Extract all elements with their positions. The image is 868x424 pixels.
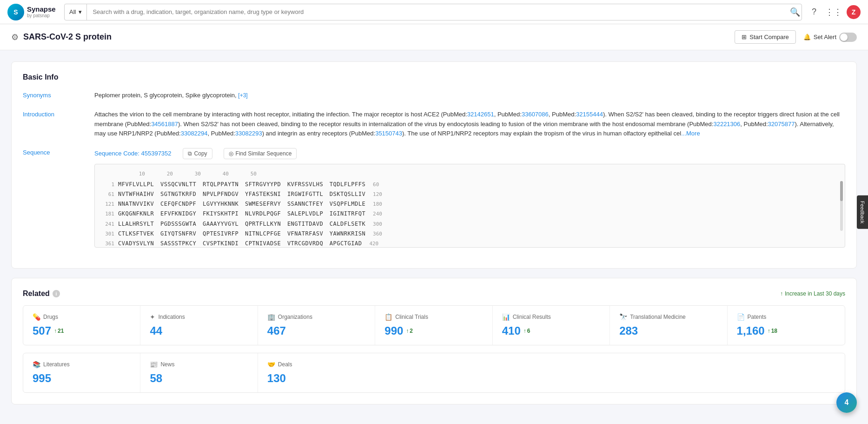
sequence-code-link[interactable]: 455397352 (141, 150, 171, 157)
pubmed-link-9[interactable]: 35150743 (375, 130, 402, 137)
sequence-scrollbar[interactable] (840, 181, 843, 231)
related-item-news[interactable]: 📰 News 58 (140, 353, 258, 392)
logo-icon: S (7, 4, 24, 20)
search-filter-dropdown[interactable]: All ▾ (65, 4, 87, 20)
indications-number: 44 (150, 324, 162, 337)
copy-button[interactable]: ⧉ Copy (183, 148, 212, 159)
literatures-count: 995 (33, 372, 131, 385)
similar-icon: ◎ (229, 150, 233, 157)
pubmed-link-5[interactable]: 32221306 (713, 121, 740, 128)
patents-arrow: ↑ (768, 328, 770, 334)
related-grid-row2: 📚 Literatures 995 📰 News 58 🤝 (23, 353, 845, 393)
clinical-results-label: Clinical Results (513, 314, 551, 320)
synonyms-row: Synonyms Peplomer protein, S glycoprotei… (23, 91, 845, 101)
search-icon[interactable]: 🔍 (788, 6, 802, 19)
pubmed-link-6[interactable]: 32075877 (768, 121, 795, 128)
news-icon: 📰 (150, 361, 158, 368)
page-title: SARS-CoV-2 S protein (23, 32, 112, 42)
related-title: Related i (23, 289, 60, 298)
related-item-deals[interactable]: 🤝 Deals 130 (258, 353, 375, 392)
app-header: S Synapse by patsnap All ▾ 🔍 ? ⋮⋮ Z (0, 0, 868, 24)
apps-icon[interactable]: ⋮⋮ (827, 6, 840, 19)
literatures-icon: 📚 (33, 361, 40, 368)
avatar[interactable]: Z (847, 5, 861, 19)
related-grid-row1: 💊 Drugs 507 ↑ 21 ✦ Indications 44 (23, 305, 845, 345)
pubmed-link-1[interactable]: 32142651 (467, 111, 494, 118)
related-info-icon[interactable]: i (53, 290, 60, 297)
alert-label: Set Alert (814, 34, 836, 40)
help-icon[interactable]: ? (808, 6, 821, 19)
related-item-patents[interactable]: 📄 Patents 1,160 ↑ 18 (728, 306, 845, 345)
related-item-indications[interactable]: ✦ Indications 44 (140, 306, 258, 345)
pubmed-link-8[interactable]: 33082293 (235, 130, 262, 137)
patents-count: 1,160 ↑ 18 (737, 324, 835, 337)
related-item-drugs[interactable]: 💊 Drugs 507 ↑ 21 (23, 306, 140, 345)
arrow-up-icon: ↑ (780, 290, 783, 297)
set-alert-button[interactable]: 🔔 Set Alert (803, 33, 857, 42)
seq-line-7: 361 CVADYSVLYN SASSSTPKCY CVSPTKINDI CPT… (100, 239, 839, 248)
patents-badge: ↑ 18 (768, 328, 777, 334)
seq-line-1: 1 MFVFLVLLPL VSSQCVNLTT RTQLPPAYTN SFTRG… (100, 180, 839, 189)
pubmed-link-7[interactable]: 33082294 (181, 130, 208, 137)
logo-sub: by patsnap (27, 13, 56, 18)
settings-icon: ⚙ (11, 32, 19, 42)
pubmed-link-2[interactable]: 33607086 (522, 111, 549, 118)
clinical-results-arrow: ↑ (523, 328, 526, 334)
seq-line-5: 241 LLALHRSYLT PGDSSSGWTA GAAAYYVGYL QPR… (100, 220, 839, 229)
related-item-translational[interactable]: 🔭 Translational Medicine 283 (610, 306, 727, 345)
search-input[interactable] (87, 8, 788, 15)
clinical-results-header: 📊 Clinical Results (502, 313, 600, 321)
chevron-down-icon: ▾ (79, 8, 82, 15)
start-compare-button[interactable]: ⊞ Start Compare (735, 30, 796, 44)
deals-number: 130 (267, 372, 286, 385)
organizations-icon: 🏢 (267, 313, 275, 321)
synonyms-plus[interactable]: [+3] (238, 92, 247, 99)
sequence-code-label: Sequence Code: (94, 150, 139, 157)
translational-label: Translational Medicine (630, 314, 686, 320)
basic-info-title: Basic Info (23, 73, 845, 81)
deals-count: 130 (267, 372, 366, 385)
patents-number: 1,160 (737, 324, 765, 337)
float-action-button[interactable]: 4 (836, 392, 857, 413)
alert-toggle[interactable] (839, 33, 857, 42)
related-item-organizations[interactable]: 🏢 Organizations 467 (258, 306, 375, 345)
basic-info-card: Basic Info Synonyms Peplomer protein, S … (11, 61, 857, 269)
organizations-label: Organizations (278, 314, 312, 320)
more-link[interactable]: ...More (681, 130, 700, 137)
find-similar-button[interactable]: ◎ Find Similar Sequence (224, 148, 297, 159)
indications-label: Indications (158, 314, 185, 320)
seq-line-4: 181 GKQGNFKNLR EFVFKNIDGY FKIYSKHTPI NLV… (100, 209, 839, 218)
deals-icon: 🤝 (267, 361, 275, 368)
related-item-clinical-results[interactable]: 📊 Clinical Results 410 ↑ 6 (493, 306, 610, 345)
feedback-tab[interactable]: Feedback (857, 195, 868, 229)
patents-label: Patents (748, 314, 767, 320)
title-bar: ⚙ SARS-CoV-2 S protein ⊞ Start Compare 🔔… (0, 24, 868, 50)
related-card: Related i ↑ Increase in Last 30 days 💊 D… (11, 278, 857, 404)
clinical-results-icon: 📊 (502, 313, 510, 321)
translational-number: 283 (619, 324, 638, 337)
news-count: 58 (150, 372, 248, 385)
literatures-label: Literatures (43, 361, 70, 368)
logo: S Synapse by patsnap (7, 4, 59, 20)
seq-line-2: 61 NVTWFHAIHV SGTNGTKRFD NPVLPFNDGV YFAS… (100, 190, 839, 199)
compare-label: Start Compare (749, 34, 789, 40)
related-item-clinical-trials[interactable]: 📋 Clinical Trials 990 ↑ 2 (375, 306, 492, 345)
translational-header: 🔭 Translational Medicine (619, 313, 717, 321)
indications-icon: ✦ (150, 313, 155, 321)
indications-header: ✦ Indications (150, 313, 248, 321)
seq-line-6: 301 CTLKSFTVEK GIYQTSNFRV QPTESIVRFP NIT… (100, 229, 839, 238)
pubmed-link-3[interactable]: 32155444 (576, 111, 603, 118)
search-bar: All ▾ 🔍 (64, 4, 802, 20)
title-left: ⚙ SARS-CoV-2 S protein (11, 32, 112, 42)
logo-name: Synapse (27, 6, 56, 13)
introduction-text: Attaches the virion to the cell membrane… (94, 111, 840, 137)
drugs-arrow: ↑ (54, 328, 57, 334)
toggle-knob (840, 34, 848, 41)
sequence-header: Sequence Code: 455397352 ⧉ Copy ◎ Find S… (94, 148, 845, 159)
clinical-results-badge: ↑ 6 (523, 328, 530, 334)
related-item-literatures[interactable]: 📚 Literatures 995 (23, 353, 140, 392)
clinical-results-count: 410 ↑ 6 (502, 324, 600, 337)
sequence-code: Sequence Code: 455397352 (94, 149, 172, 159)
bell-icon: 🔔 (803, 34, 811, 40)
pubmed-link-4[interactable]: 34561887 (151, 121, 178, 128)
